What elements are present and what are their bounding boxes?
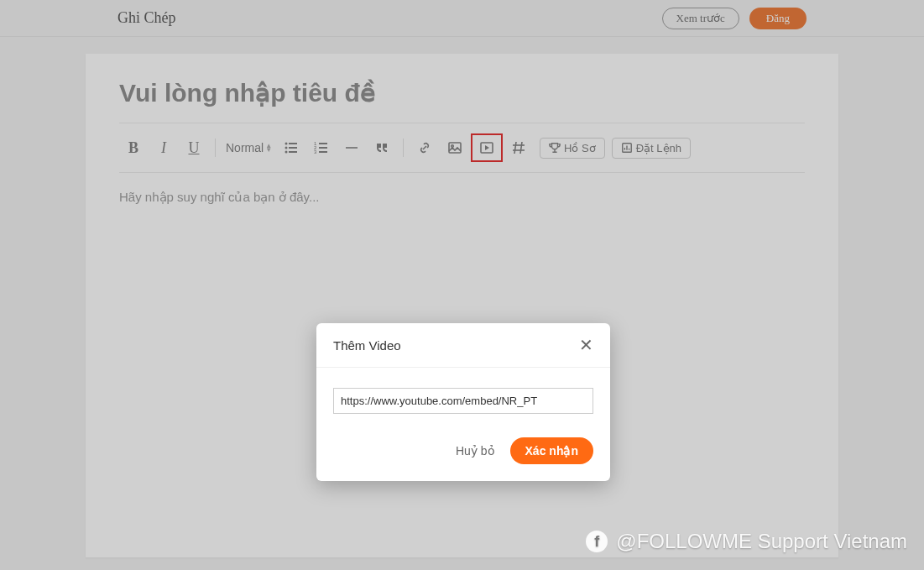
video-url-input[interactable]	[333, 388, 593, 414]
watermark: f @FOLLOWME Support Vietnam	[586, 530, 907, 553]
modal-overlay[interactable]	[0, 0, 924, 570]
modal-title: Thêm Video	[333, 338, 401, 353]
modal-footer: Huỷ bỏ Xác nhận	[316, 422, 610, 481]
add-video-modal: Thêm Video ✕ Huỷ bỏ Xác nhận	[316, 323, 610, 481]
modal-body	[316, 368, 610, 422]
close-icon[interactable]: ✕	[579, 337, 593, 353]
facebook-icon: f	[586, 531, 608, 552]
watermark-text: @FOLLOWME Support Vietnam	[616, 530, 907, 553]
modal-header: Thêm Video ✕	[316, 323, 610, 368]
cancel-button[interactable]: Huỷ bỏ	[456, 444, 495, 458]
confirm-button[interactable]: Xác nhận	[510, 437, 593, 464]
